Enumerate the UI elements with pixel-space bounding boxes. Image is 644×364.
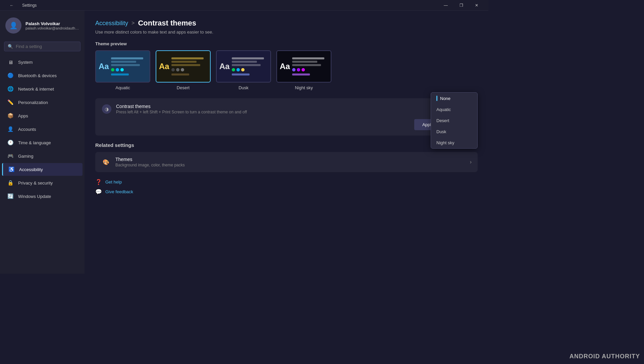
dropdown-item-dusk[interactable]: Dusk bbox=[431, 126, 477, 137]
themes-info: Themes Background image, color, theme pa… bbox=[115, 157, 465, 167]
accessibility-icon: ♿ bbox=[8, 166, 14, 172]
get-help-icon: ❓ bbox=[95, 179, 102, 185]
sidebar: 👤 Palash Volvoikar palash.volvoikar@andr… bbox=[0, 11, 85, 274]
give-feedback-link[interactable]: 💬 Give feedback bbox=[95, 189, 478, 195]
titlebar-left: ← Settings bbox=[4, 0, 37, 11]
get-help-label: Get help bbox=[105, 179, 122, 185]
search-icon: 🔍 bbox=[8, 44, 13, 49]
sidebar-item-accessibility[interactable]: ♿ Accessibility bbox=[2, 163, 83, 176]
avatar: 👤 bbox=[5, 17, 21, 34]
theme-previews: Aa Aq bbox=[95, 50, 478, 90]
dusk-preview: Aa bbox=[216, 50, 271, 83]
titlebar-controls: — ❐ ✕ bbox=[438, 0, 484, 11]
sidebar-item-apps[interactable]: 📦 Apps bbox=[2, 109, 83, 122]
setting-actions: Apply Edit None Aquatic Desert bbox=[102, 119, 471, 130]
contrast-toggle-icon: ◑ bbox=[102, 104, 111, 114]
user-info: Palash Volvoikar palash.volvoikar@androi… bbox=[25, 21, 79, 30]
give-feedback-icon: 💬 bbox=[95, 189, 102, 195]
chevron-right-icon: › bbox=[470, 159, 472, 165]
aquatic-name: Aquatic bbox=[95, 85, 150, 90]
user-name: Palash Volvoikar bbox=[25, 21, 79, 26]
network-icon: 🌐 bbox=[7, 86, 13, 92]
apps-icon: 📦 bbox=[7, 113, 13, 119]
setting-name: Contrast themes bbox=[116, 104, 471, 109]
themes-desc: Background image, color, theme packs bbox=[115, 163, 465, 167]
dropdown-item-aquatic[interactable]: Aquatic bbox=[431, 104, 477, 115]
search-input[interactable] bbox=[16, 44, 77, 49]
nightsky-name: Night sky bbox=[276, 85, 331, 90]
theme-card-dusk[interactable]: Aa Du bbox=[216, 50, 271, 90]
time-icon: 🕐 bbox=[7, 140, 13, 146]
breadcrumb-parent[interactable]: Accessibility bbox=[95, 20, 128, 27]
theme-card-aquatic[interactable]: Aa Aq bbox=[95, 50, 150, 90]
selected-indicator bbox=[436, 96, 437, 101]
sidebar-item-personalization[interactable]: ✏️ Personalization bbox=[2, 96, 83, 109]
get-help-link[interactable]: ❓ Get help bbox=[95, 179, 478, 185]
dropdown-menu: None Aquatic Desert Dusk Night sky bbox=[431, 92, 478, 149]
help-links: ❓ Get help 💬 Give feedback bbox=[95, 179, 478, 195]
related-settings-title: Related settings bbox=[95, 142, 478, 148]
minimize-button[interactable]: — bbox=[438, 0, 453, 11]
themes-name: Themes bbox=[115, 157, 465, 162]
desert-name: Desert bbox=[156, 85, 211, 90]
theme-preview-label: Theme preview bbox=[95, 41, 478, 46]
contrast-themes-panel: ◑ Contrast themes Press left Alt + left … bbox=[95, 98, 478, 136]
sidebar-item-gaming[interactable]: 🎮 Gaming bbox=[2, 150, 83, 162]
search-box[interactable]: 🔍 bbox=[4, 42, 80, 51]
nightsky-preview: Aa bbox=[276, 50, 331, 83]
sidebar-item-privacy[interactable]: 🔒 Privacy & security bbox=[2, 176, 83, 189]
give-feedback-label: Give feedback bbox=[105, 189, 133, 194]
personalization-icon: ✏️ bbox=[7, 99, 13, 105]
titlebar: ← Settings — ❐ ✕ bbox=[0, 0, 488, 11]
sidebar-item-bluetooth[interactable]: 🔵 Bluetooth & devices bbox=[2, 69, 83, 82]
desert-preview: Aa bbox=[156, 50, 211, 83]
setting-row: ◑ Contrast themes Press left Alt + left … bbox=[102, 104, 471, 114]
related-item-themes[interactable]: 🎨 Themes Background image, color, theme … bbox=[95, 152, 478, 172]
dropdown-item-desert[interactable]: Desert bbox=[431, 115, 477, 126]
user-section[interactable]: 👤 Palash Volvoikar palash.volvoikar@andr… bbox=[0, 13, 85, 38]
breadcrumb: Accessibility > Contrast themes bbox=[95, 19, 478, 28]
setting-info: Contrast themes Press left Alt + left Sh… bbox=[116, 104, 471, 114]
gaming-icon: 🎮 bbox=[7, 153, 13, 159]
sidebar-item-network[interactable]: 🌐 Network & internet bbox=[2, 83, 83, 95]
breadcrumb-separator: > bbox=[131, 20, 135, 26]
dropdown-item-nightsky[interactable]: Night sky bbox=[431, 137, 477, 148]
back-button[interactable]: ← bbox=[4, 0, 19, 11]
page-title: Contrast themes bbox=[138, 19, 196, 28]
sidebar-item-accounts[interactable]: 👤 Accounts bbox=[2, 123, 83, 136]
sidebar-item-windows-update[interactable]: 🔄 Windows Update bbox=[2, 190, 83, 203]
close-button[interactable]: ✕ bbox=[469, 0, 484, 11]
windows-update-icon: 🔄 bbox=[7, 193, 13, 199]
accounts-icon: 👤 bbox=[7, 126, 13, 132]
titlebar-title: Settings bbox=[22, 3, 37, 8]
dropdown-container: Edit None Aquatic Desert bbox=[445, 119, 471, 130]
dusk-name: Dusk bbox=[216, 85, 271, 90]
themes-icon: 🎨 bbox=[101, 157, 111, 167]
main-content: Accessibility > Contrast themes Use more… bbox=[85, 11, 488, 274]
page-description: Use more distinct colors to make text an… bbox=[95, 30, 478, 35]
dropdown-item-none[interactable]: None bbox=[431, 93, 477, 104]
theme-card-desert[interactable]: Aa De bbox=[156, 50, 211, 90]
restore-button[interactable]: ❐ bbox=[453, 0, 469, 11]
bluetooth-icon: 🔵 bbox=[7, 72, 13, 79]
privacy-icon: 🔒 bbox=[7, 180, 13, 186]
system-icon: 🖥 bbox=[7, 59, 13, 65]
aquatic-preview: Aa bbox=[95, 50, 150, 83]
app-container: 👤 Palash Volvoikar palash.volvoikar@andr… bbox=[0, 11, 488, 274]
sidebar-item-time[interactable]: 🕐 Time & language bbox=[2, 136, 83, 149]
user-email: palash.volvoikar@androidauthority.... bbox=[25, 26, 79, 30]
theme-card-nightsky[interactable]: Aa Ni bbox=[276, 50, 331, 90]
setting-description: Press left Alt + left Shift + Print Scre… bbox=[116, 110, 471, 114]
nav-item-system[interactable]: 🖥 System bbox=[2, 56, 83, 68]
